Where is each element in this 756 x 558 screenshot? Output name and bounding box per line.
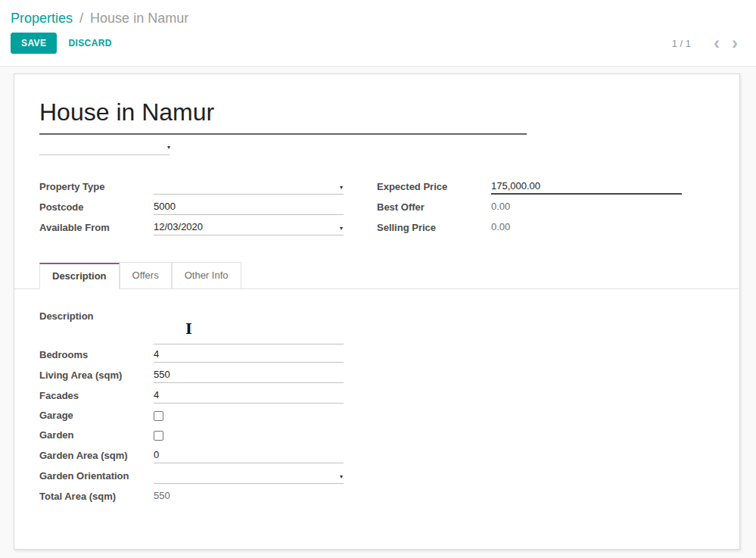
discard-button[interactable]: DISCARD — [58, 33, 121, 53]
facades-label: Facades — [39, 390, 154, 402]
available-from-value: 12/03/2020 — [154, 221, 203, 232]
property-type-label: Property Type — [39, 181, 154, 193]
control-panel: Properties / House in Namur SAVE DISCARD… — [0, 0, 756, 67]
tab-bar: Description Offers Other Info — [14, 262, 739, 289]
breadcrumb-properties-link[interactable]: Properties — [11, 11, 73, 26]
field-row-garage: Garage — [39, 406, 344, 426]
living-area-input[interactable]: 550 — [154, 367, 344, 383]
expected-price-label: Expected Price — [377, 181, 491, 193]
field-row-available-from: Available From 12/03/2020 ▾ — [39, 217, 344, 238]
save-button[interactable]: SAVE — [11, 33, 57, 54]
description-label: Description — [39, 304, 154, 344]
selling-price-value: 0.00 — [491, 220, 682, 235]
breadcrumb-separator: / — [76, 11, 86, 26]
field-row-best-offer: Best Offer 0.00 — [377, 197, 682, 217]
notebook: Description Offers Other Info Descriptio… — [39, 262, 715, 507]
pager: 1 / 1 ‹ › — [672, 37, 744, 49]
property-type-input[interactable]: ▾ — [154, 179, 344, 195]
caret-down-icon[interactable]: ▾ — [340, 185, 343, 191]
description-textarea[interactable]: I — [154, 304, 344, 344]
postcode-value: 5000 — [154, 201, 176, 212]
property-tags-input[interactable]: ▾ — [39, 138, 170, 155]
left-field-column: Property Type ▾ Postcode 5000 Available … — [39, 176, 344, 238]
chevron-right-icon[interactable]: › — [726, 37, 744, 49]
breadcrumb-current: House in Namur — [90, 11, 188, 26]
selling-price-text: 0.00 — [491, 221, 510, 232]
best-offer-value: 0.00 — [491, 199, 682, 215]
total-area-value: 550 — [154, 488, 344, 504]
caret-down-icon[interactable]: ▾ — [167, 145, 170, 151]
selling-price-label: Selling Price — [377, 222, 491, 234]
caret-down-icon[interactable]: ▾ — [340, 226, 343, 232]
field-row-description: Description I — [39, 304, 344, 344]
description-tab-pane: Description I Bedrooms 4 Living Area (sq… — [39, 289, 344, 507]
tab-description[interactable]: Description — [39, 263, 120, 289]
postcode-label: Postcode — [39, 201, 154, 214]
total-area-text: 550 — [154, 490, 170, 501]
best-offer-text: 0.00 — [491, 201, 510, 212]
available-from-input[interactable]: 12/03/2020 ▾ — [154, 220, 344, 235]
field-row-property-type: Property Type ▾ — [39, 176, 344, 197]
field-row-garden: Garden — [39, 426, 344, 445]
best-offer-label: Best Offer — [377, 201, 491, 214]
postcode-input[interactable]: 5000 — [154, 199, 344, 215]
expected-price-value: 175,000.00 — [491, 180, 540, 192]
main-field-group: Property Type ▾ Postcode 5000 Available … — [39, 176, 715, 238]
garage-checkbox[interactable] — [154, 411, 163, 421]
bedrooms-label: Bedrooms — [39, 349, 154, 361]
field-row-total-area: Total Area (sqm) 550 — [39, 486, 344, 507]
garden-orientation-input[interactable]: ▾ — [154, 468, 344, 484]
form-view-background: House in Namur ▾ Property Type ▾ Postcod… — [0, 67, 756, 558]
field-row-bedrooms: Bedrooms 4 — [39, 344, 344, 365]
total-area-label: Total Area (sqm) — [39, 491, 154, 503]
garden-label: Garden — [39, 429, 154, 441]
right-field-column: Expected Price 175,000.00 Best Offer 0.0… — [377, 176, 682, 238]
breadcrumb: Properties / House in Namur — [0, 0, 756, 26]
garden-orientation-label: Garden Orientation — [39, 470, 154, 482]
garden-checkbox[interactable] — [154, 431, 163, 441]
chevron-left-icon[interactable]: ‹ — [708, 37, 726, 49]
form-sheet: House in Namur ▾ Property Type ▾ Postcod… — [14, 73, 740, 550]
field-row-garden-orientation: Garden Orientation ▾ — [39, 466, 344, 486]
field-row-selling-price: Selling Price 0.00 — [377, 217, 682, 238]
tab-offers[interactable]: Offers — [120, 262, 172, 288]
garden-area-value: 0 — [154, 449, 159, 460]
property-name-input[interactable]: House in Namur — [39, 97, 527, 135]
column-gap — [344, 176, 377, 238]
bedrooms-input[interactable]: 4 — [154, 347, 344, 363]
field-row-postcode: Postcode 5000 — [39, 197, 344, 217]
caret-down-icon[interactable]: ▾ — [340, 474, 343, 480]
field-row-facades: Facades 4 — [39, 385, 344, 406]
pager-value: 1 / 1 — [672, 38, 691, 49]
expected-price-input[interactable]: 175,000.00 — [491, 179, 682, 195]
garage-label: Garage — [39, 410, 154, 422]
text-cursor-icon: I — [185, 321, 192, 336]
available-from-label: Available From — [39, 222, 154, 234]
living-area-value: 550 — [154, 369, 170, 380]
living-area-label: Living Area (sqm) — [39, 369, 154, 382]
field-row-garden-area: Garden Area (sqm) 0 — [39, 445, 344, 466]
garden-area-label: Garden Area (sqm) — [39, 450, 154, 462]
control-panel-buttons: SAVE DISCARD 1 / 1 ‹ › — [0, 26, 756, 54]
field-row-living-area: Living Area (sqm) 550 — [39, 365, 344, 385]
garden-area-input[interactable]: 0 — [154, 447, 344, 463]
bedrooms-value: 4 — [154, 348, 159, 360]
tab-other-info[interactable]: Other Info — [172, 262, 241, 288]
facades-input[interactable]: 4 — [154, 388, 344, 404]
facades-value: 4 — [154, 389, 159, 401]
field-row-expected-price: Expected Price 175,000.00 — [377, 176, 682, 197]
